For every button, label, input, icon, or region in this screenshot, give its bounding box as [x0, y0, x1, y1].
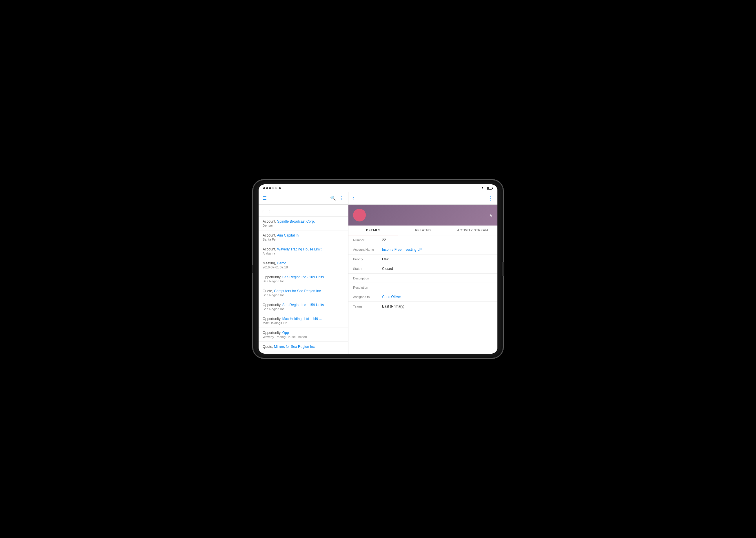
detail-label: Account Name — [353, 247, 382, 251]
detail-row: Assigned to Chris Olliver — [349, 292, 498, 302]
item-type: Opportunity, — [263, 275, 282, 279]
device-screen: ⊛ ✗ ☰ 🔍 — [258, 184, 498, 354]
dot-2 — [266, 187, 268, 189]
list-item-label: Opportunity, Max Holdings Ltd - 149 ... — [263, 317, 344, 321]
item-link: Spindle Broadcast Corp. — [277, 219, 315, 224]
list-item-label: Account, Spindle Broadcast Corp. — [263, 219, 344, 224]
list-item-sub: Santa Fe — [263, 238, 344, 241]
dot-5 — [275, 187, 277, 189]
volume-button[interactable] — [252, 265, 253, 273]
status-bar: ⊛ ✗ — [258, 184, 498, 192]
tab-related[interactable]: RELATED — [398, 226, 448, 235]
list-item[interactable]: Quote, Mirrors for Sea Region Inc — [258, 342, 348, 352]
item-type: Quote, — [263, 289, 274, 293]
list-item[interactable]: Account, Waverly Trading House Limit... … — [258, 244, 348, 258]
list-item-sub: Denver — [263, 224, 344, 227]
detail-value: Low — [382, 257, 493, 261]
wifi-icon: ⊛ — [279, 187, 281, 190]
detail-value: Closed — [382, 267, 493, 271]
detail-value[interactable]: Chris Olliver — [382, 295, 493, 299]
detail-row: Description — [349, 274, 498, 283]
list-item-label: Opportunity, Sea Region Inc - 159 Units — [263, 303, 344, 307]
detail-row: Account Name Income Free Investing LP — [349, 245, 498, 254]
list-item-sub: 2016-07-01 07:18 — [263, 266, 344, 269]
list-item-label: Opportunity, Opp — [263, 331, 344, 335]
list-item[interactable]: Opportunity, Opp Waverly Trading House L… — [258, 328, 348, 342]
list-item[interactable]: Account, Aim Capital In Santa Fe — [258, 231, 348, 244]
star-icon[interactable]: ★ — [489, 212, 493, 218]
case-avatar — [353, 209, 366, 221]
tab-activity-stream[interactable]: ACTIVITY STREAM — [448, 226, 498, 235]
item-link: Sea Region Inc - 159 Units — [282, 303, 324, 307]
list-item[interactable]: Opportunity, Max Holdings Ltd - 149 ... … — [258, 314, 348, 328]
left-panel: ☰ 🔍 ⋮ Account, Spindle Broadcast Corp. D… — [258, 192, 349, 354]
hamburger-icon[interactable]: ☰ — [263, 195, 267, 201]
status-right: ✗ — [481, 187, 493, 190]
recently-viewed-container — [258, 205, 348, 217]
tab-details[interactable]: DETAILS — [349, 226, 398, 235]
detail-label: Description — [353, 276, 382, 280]
left-header: ☰ 🔍 ⋮ — [258, 192, 348, 205]
dot-1 — [263, 187, 265, 189]
search-icon[interactable]: 🔍 — [330, 195, 336, 201]
detail-label: Assigned to — [353, 295, 382, 298]
recently-viewed-button[interactable] — [263, 210, 270, 213]
list-item-sub: Waverly Trading House Limited — [263, 335, 344, 339]
detail-value: East (Primary) — [382, 304, 493, 308]
list-item-sub: Sea Region Inc — [263, 280, 344, 283]
detail-label: Number — [353, 238, 382, 242]
left-header-actions: 🔍 ⋮ — [330, 195, 344, 201]
list-item-label: Account, Waverly Trading House Limit... — [263, 247, 344, 251]
back-button[interactable]: ‹ — [352, 195, 354, 201]
item-link: Mirrors for Sea Region Inc — [274, 345, 314, 349]
item-link: Computers for Sea Region Inc — [274, 289, 321, 293]
list-item[interactable]: Account, Spindle Broadcast Corp. Denver — [258, 217, 348, 231]
item-type: Account, — [263, 247, 277, 251]
item-link: Waverly Trading House Limit... — [277, 247, 324, 251]
item-type: Meeting, — [263, 261, 277, 265]
list-item-label: Quote, Mirrors for Sea Region Inc — [263, 345, 344, 349]
main-content: ☰ 🔍 ⋮ Account, Spindle Broadcast Corp. D… — [258, 192, 498, 354]
case-banner: ★ — [349, 205, 498, 226]
detail-label: Status — [353, 267, 382, 270]
list-item-label: Opportunity, Sea Region Inc - 109 Units — [263, 275, 344, 279]
detail-row: Number 22 — [349, 235, 498, 245]
list-item[interactable]: Meeting, Demo 2016-07-01 07:18 — [258, 258, 348, 272]
detail-value[interactable]: Income Free Investing LP — [382, 247, 493, 252]
item-type: Opportunity, — [263, 331, 282, 335]
item-type: Opportunity, — [263, 317, 282, 321]
more-icon[interactable]: ⋮ — [340, 195, 344, 201]
list-item[interactable]: Quote, Computers for Sea Region Inc Sea … — [258, 286, 348, 300]
right-header: ‹ ⋮ — [349, 192, 498, 205]
detail-label: Teams — [353, 304, 382, 308]
right-panel: ‹ ⋮ ★ DETAILSRELATEDACTIVITY STREAM — [349, 192, 498, 354]
detail-row: Teams East (Primary) — [349, 302, 498, 311]
device-frame: ⊛ ✗ ☰ 🔍 — [253, 180, 503, 358]
item-link: Aim Capital In — [277, 233, 298, 238]
item-link: Max Holdings Ltd - 149 ... — [282, 317, 322, 321]
item-link: Sea Region Inc - 109 Units — [282, 275, 324, 279]
list-item[interactable]: Opportunity, Sea Region Inc - 159 Units … — [258, 300, 348, 314]
tabs-bar: DETAILSRELATEDACTIVITY STREAM — [349, 226, 498, 235]
battery-icon — [487, 187, 493, 189]
detail-value: 22 — [382, 238, 493, 242]
list-item-sub: Sea Region Inc — [263, 307, 344, 311]
detail-row: Status Closed — [349, 264, 498, 274]
bluetooth-icon: ✗ — [481, 187, 484, 190]
item-type: Account, — [263, 233, 277, 238]
list-item-sub: Sea Region Inc — [263, 294, 344, 297]
item-type: Opportunity, — [263, 303, 282, 307]
detail-label: Priority — [353, 257, 382, 261]
right-more-icon[interactable]: ⋮ — [488, 195, 493, 201]
list-item[interactable]: Opportunity, Sea Region Inc - 109 Units … — [258, 272, 348, 286]
power-button[interactable] — [502, 262, 504, 276]
detail-row: Resolution — [349, 283, 498, 292]
list-item-label: Meeting, Demo — [263, 261, 344, 265]
item-link: Opp — [282, 331, 289, 335]
item-type: Quote, — [263, 345, 274, 349]
list-item-sub: Alabama — [263, 252, 344, 255]
dot-3 — [269, 187, 271, 189]
signal-dots — [263, 187, 277, 189]
status-left: ⊛ — [263, 187, 281, 190]
detail-label: Resolution — [353, 286, 382, 289]
